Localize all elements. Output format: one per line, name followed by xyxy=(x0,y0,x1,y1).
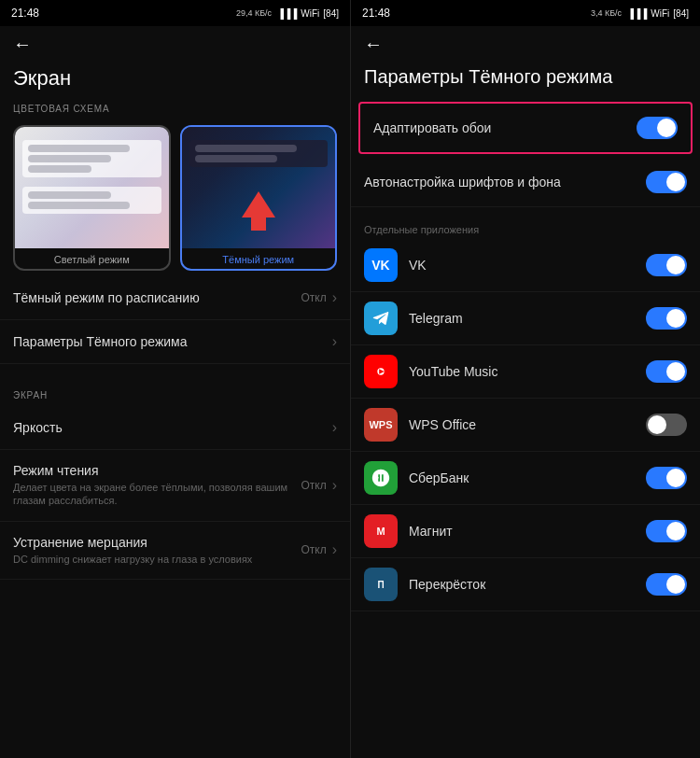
vk-name: VK xyxy=(409,258,646,273)
auto-font-toggle[interactable] xyxy=(646,171,687,193)
light-theme-card[interactable]: Светлый режим xyxy=(13,125,171,271)
wps-name: WPS Office xyxy=(409,417,646,432)
back-nav-right: ← xyxy=(351,26,700,59)
light-theme-preview xyxy=(15,127,169,248)
toggle-knob xyxy=(666,522,685,540)
telegram-name: Telegram xyxy=(409,311,646,326)
menu-item-value: Откл xyxy=(301,479,326,492)
menu-item-title: Устранение мерцания xyxy=(13,535,291,550)
color-scheme-label: ЦВЕТОВАЯ СХЕМА xyxy=(0,94,350,119)
perekrestok-toggle[interactable] xyxy=(646,573,687,596)
sber-name: СберБанк xyxy=(409,470,646,485)
app-row-telegram[interactable]: Telegram xyxy=(351,292,700,345)
back-arrow-left[interactable]: ← xyxy=(13,34,32,54)
menu-item-value: Откл xyxy=(301,291,326,304)
menu-item-title: Режим чтения xyxy=(13,463,291,478)
brightness-item[interactable]: Яркость › xyxy=(0,406,350,450)
magnit-name: Магнит xyxy=(409,524,646,539)
dark-mode-schedule-item[interactable]: Тёмный режим по расписанию Откл › xyxy=(0,276,350,320)
app-row-sber[interactable]: ✓ СберБанк xyxy=(351,452,700,505)
ytmusic-icon xyxy=(364,355,398,388)
dark-mode-params-item[interactable]: Параметры Тёмного режима › xyxy=(0,320,350,364)
app-row-vk[interactable]: VK VK xyxy=(351,239,700,292)
apps-section-label: Отдельные приложения xyxy=(351,217,700,239)
menu-item-title: Яркость xyxy=(13,420,323,435)
toggle-knob xyxy=(666,256,685,274)
perekrestok-name: Перекрёсток xyxy=(409,577,646,592)
magnit-icon: М xyxy=(364,514,398,548)
vk-icon: VK xyxy=(364,248,398,282)
right-panel: 21:48 3,4 КБ/с ▐▐▐ WiFi [84] ← Параметры… xyxy=(350,0,700,758)
screen-section-label: ЭКРАН xyxy=(0,383,350,406)
toggle-knob xyxy=(666,469,685,487)
dark-theme-preview xyxy=(182,127,336,248)
preview-line xyxy=(28,155,111,162)
dark-theme-card[interactable]: Тёмный режим xyxy=(180,125,338,271)
app-row-wps[interactable]: WPS WPS Office xyxy=(351,399,700,452)
sber-toggle[interactable] xyxy=(646,467,687,489)
toggle-knob xyxy=(648,415,666,434)
battery-icon: [84] xyxy=(323,8,339,19)
menu-item-left: Яркость xyxy=(13,420,332,435)
signal-icon: ▐▐▐ xyxy=(627,8,647,19)
light-preview-card xyxy=(22,140,161,177)
dark-preview-card xyxy=(189,140,329,167)
flicker-item[interactable]: Устранение мерцания DC dimming снижает н… xyxy=(0,522,350,580)
menu-item-subtitle: DC dimming снижает нагрузку на глаза в у… xyxy=(13,553,291,566)
page-title-right: Параметры Тёмного режима xyxy=(351,59,700,98)
light-theme-label: Светлый режим xyxy=(15,248,169,269)
wifi-icon: WiFi xyxy=(651,8,669,19)
auto-font-bg-item[interactable]: Автонастройка шрифтов и фона xyxy=(351,158,700,207)
menu-item-left: Тёмный режим по расписанию xyxy=(13,290,301,305)
adapt-wallpaper-label-container: Адаптировать обои xyxy=(373,120,637,135)
wps-toggle[interactable] xyxy=(646,414,687,436)
reading-mode-item[interactable]: Режим чтения Делает цвета на экране боле… xyxy=(0,450,350,522)
status-icons-left: 29,4 КБ/с ▐▐▐ WiFi [84] xyxy=(236,8,339,19)
adapt-wallpaper-highlighted: Адаптировать обои xyxy=(358,102,693,154)
toggle-knob xyxy=(657,119,676,137)
time-right: 21:48 xyxy=(362,7,390,20)
app-row-magnit[interactable]: М Магнит xyxy=(351,505,700,558)
chevron-icon: › xyxy=(332,419,337,436)
back-arrow-right[interactable]: ← xyxy=(364,34,383,54)
chevron-icon: › xyxy=(332,289,337,306)
app-row-ytmusic[interactable]: YouTube Music xyxy=(351,345,700,399)
magnit-toggle[interactable] xyxy=(646,520,687,542)
menu-item-right: › xyxy=(332,333,337,350)
vk-toggle[interactable] xyxy=(646,254,687,276)
menu-item-right: Откл › xyxy=(301,289,337,306)
menu-item-title: Параметры Тёмного режима xyxy=(13,334,323,349)
auto-font-label: Автонастройка шрифтов и фона xyxy=(364,175,637,190)
status-bar-left: 21:48 29,4 КБ/с ▐▐▐ WiFi [84] xyxy=(0,0,350,26)
left-panel: 21:48 29,4 КБ/с ▐▐▐ WiFi [84] ← Экран ЦВ… xyxy=(0,0,350,758)
wps-icon: WPS xyxy=(364,408,398,442)
adapt-wallpaper-label: Адаптировать обои xyxy=(373,120,627,135)
auto-font-label-container: Автонастройка шрифтов и фона xyxy=(364,175,646,190)
page-title-left: Экран xyxy=(0,59,350,94)
ytmusic-toggle[interactable] xyxy=(646,360,687,383)
time-left: 21:48 xyxy=(11,7,39,20)
menu-item-left: Устранение мерцания DC dimming снижает н… xyxy=(13,535,301,566)
chevron-icon: › xyxy=(332,333,337,350)
toggle-knob xyxy=(666,173,685,191)
telegram-icon xyxy=(364,302,398,335)
status-bar-right: 21:48 3,4 КБ/с ▐▐▐ WiFi [84] xyxy=(351,0,700,26)
chevron-icon: › xyxy=(332,541,337,558)
back-nav-left: ← xyxy=(0,26,350,59)
preview-line xyxy=(28,202,130,209)
menu-item-left: Параметры Тёмного режима xyxy=(13,334,332,349)
preview-line xyxy=(28,145,130,152)
preview-line xyxy=(195,145,297,152)
section-gap xyxy=(351,207,700,217)
menu-item-right: Откл › xyxy=(301,541,337,558)
chevron-icon: › xyxy=(332,477,337,494)
adapt-wallpaper-item[interactable]: Адаптировать обои xyxy=(360,104,691,152)
telegram-toggle[interactable] xyxy=(646,307,687,330)
net-speed-left: 29,4 КБ/с xyxy=(236,8,272,18)
app-row-perekrestok[interactable]: П Перекрёсток xyxy=(351,558,700,611)
light-preview-card2 xyxy=(22,187,161,214)
adapt-wallpaper-toggle[interactable] xyxy=(637,117,678,139)
signal-icon: ▐▐▐ xyxy=(277,8,297,19)
sber-icon: ✓ xyxy=(364,461,398,495)
arrow-indicator xyxy=(242,191,275,234)
